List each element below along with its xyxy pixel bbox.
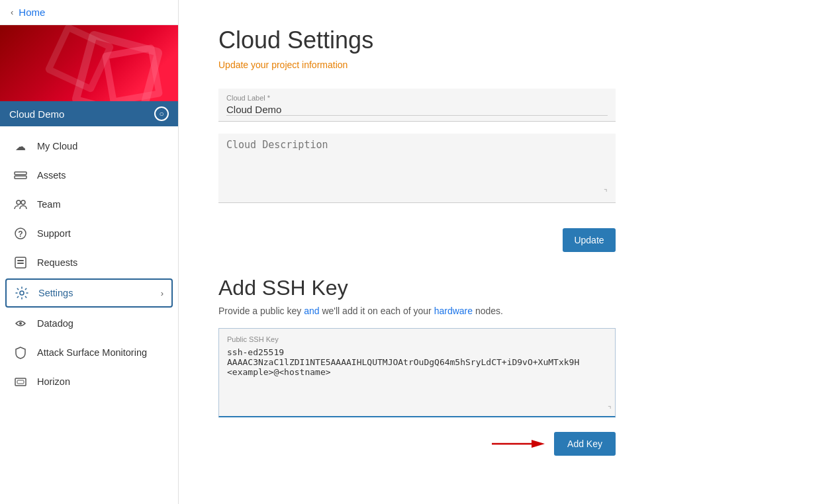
team-icon — [13, 197, 28, 212]
svg-rect-0 — [15, 172, 26, 175]
svg-rect-1 — [15, 176, 26, 179]
svg-rect-7 — [17, 260, 24, 261]
cloud-label-bar: Cloud Demo ○ — [0, 101, 178, 126]
sidebar-item-requests[interactable]: Requests — [0, 248, 178, 277]
sidebar-label-support: Support — [37, 228, 71, 239]
page-title: Cloud Settings — [218, 26, 800, 54]
sidebar-label-team: Team — [37, 199, 60, 210]
sidebar-nav: ☁ My Cloud Assets Team ? Support Re — [0, 126, 178, 504]
shield-icon — [13, 345, 28, 360]
svg-point-10 — [19, 322, 22, 325]
ssh-key-box: Public SSH Key ssh-ed25519 AAAAC3NzaC1lZ… — [218, 328, 616, 417]
cloud-label-label: Cloud Label * — [226, 94, 608, 102]
svg-point-3 — [21, 200, 25, 204]
svg-point-2 — [17, 200, 21, 204]
cloud-label-field: Cloud Label * — [218, 89, 800, 122]
sidebar-item-team[interactable]: Team — [0, 190, 178, 219]
home-label: Home — [19, 7, 45, 18]
home-link[interactable]: ‹ Home — [0, 0, 178, 25]
assets-icon — [13, 168, 28, 183]
textarea-resize-handle: ⌝ — [226, 188, 608, 197]
svg-marker-14 — [532, 440, 545, 448]
sidebar: ‹ Home Cloud Demo ○ ☁ My Cloud Assets Te… — [0, 0, 179, 504]
ssh-section-desc: Provide a public key and we'll add it on… — [218, 306, 800, 316]
ssh-section-title: Add SSH Key — [218, 276, 800, 300]
requests-icon — [13, 255, 28, 270]
ssh-textarea-resize-icon: ⌝ — [608, 405, 612, 414]
cloud-description-field: ⌝ — [218, 134, 800, 203]
svg-rect-11 — [15, 378, 26, 386]
svg-rect-8 — [17, 263, 24, 264]
cloud-name: Cloud Demo — [9, 108, 64, 120]
sidebar-item-assets[interactable]: Assets — [0, 161, 178, 190]
page-subtitle: Update your project information — [218, 60, 800, 70]
sidebar-label-attack-surface: Attack Surface Monitoring — [37, 347, 147, 358]
update-row: Update — [218, 215, 616, 252]
back-chevron-icon: ‹ — [11, 7, 13, 17]
svg-point-9 — [20, 291, 24, 295]
main-content: Cloud Settings Update your project infor… — [179, 0, 840, 504]
subtitle-update-word: Update — [218, 60, 248, 70]
update-button[interactable]: Update — [563, 228, 616, 252]
sidebar-label-datadog: Datadog — [37, 318, 73, 329]
sidebar-label-assets: Assets — [37, 170, 66, 181]
cloud-label-input[interactable] — [226, 104, 608, 116]
settings-chevron-icon: › — [161, 288, 163, 298]
add-key-row: Add Key — [218, 432, 616, 456]
sidebar-banner — [0, 25, 179, 101]
settings-icon — [15, 286, 29, 300]
cloud-description-input[interactable] — [226, 139, 608, 185]
sidebar-label-horizon: Horizon — [37, 376, 70, 387]
svg-text:?: ? — [18, 230, 23, 239]
ssh-desc-link-and[interactable]: and — [304, 306, 319, 316]
sidebar-item-settings[interactable]: Settings › — [5, 278, 173, 308]
ssh-desc-text: Provide a public key — [218, 306, 304, 316]
sidebar-item-attack-surface[interactable]: Attack Surface Monitoring — [0, 338, 178, 367]
banner-decoration — [44, 25, 115, 93]
sidebar-label-my-cloud: My Cloud — [37, 141, 77, 151]
globe-icon: ○ — [154, 106, 169, 121]
horizon-icon — [13, 374, 28, 389]
sidebar-item-datadog[interactable]: Datadog — [0, 309, 178, 338]
sidebar-item-my-cloud[interactable]: ☁ My Cloud — [0, 132, 178, 161]
sidebar-item-support[interactable]: ? Support — [0, 219, 178, 248]
svg-rect-12 — [17, 380, 24, 384]
ssh-key-label: Public SSH Key — [227, 335, 607, 343]
subtitle-rest: your project information — [251, 60, 348, 70]
sidebar-item-horizon[interactable]: Horizon — [0, 367, 178, 396]
ssh-desc-link-hardware[interactable]: hardware — [434, 306, 473, 316]
datadog-icon — [13, 316, 28, 331]
sidebar-label-requests: Requests — [37, 257, 77, 268]
support-icon: ? — [13, 226, 28, 241]
cloud-icon: ☁ — [13, 139, 28, 153]
add-key-button[interactable]: Add Key — [554, 432, 616, 456]
sidebar-label-settings: Settings — [38, 288, 73, 298]
ssh-key-input[interactable]: ssh-ed25519 AAAAC3NzaC1lZDI1NTE5AAAAIHLQ… — [227, 347, 607, 407]
arrow-indicator — [218, 436, 545, 452]
